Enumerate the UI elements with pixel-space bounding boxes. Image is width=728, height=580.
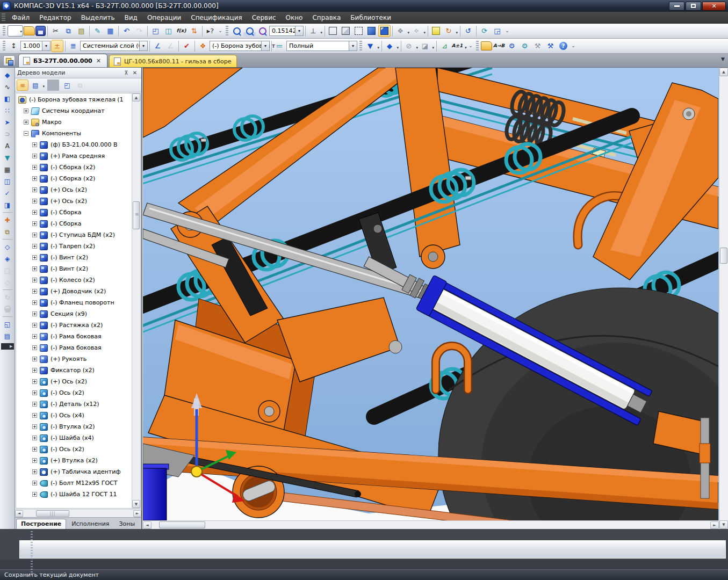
hidden-lines-thin-button[interactable] — [352, 25, 365, 37]
tree-item[interactable]: (-) Сборка — [16, 218, 131, 229]
viewport-3d[interactable]: ◄ ► — [142, 68, 719, 529]
tree-expander-icon[interactable] — [32, 210, 37, 215]
filter-button[interactable] — [2, 152, 13, 163]
step-button[interactable] — [8, 40, 20, 52]
add-component-button[interactable] — [2, 214, 13, 226]
tree-item[interactable]: (+) Ось (x2) — [16, 376, 131, 387]
properties-table-button[interactable] — [104, 25, 117, 37]
tab-versions[interactable]: Исполнения — [67, 519, 113, 529]
add-from-file-button[interactable] — [2, 226, 13, 237]
tree-structure-button[interactable] — [17, 79, 28, 91]
tree-expander-icon[interactable] — [32, 142, 37, 147]
tree-item[interactable]: (+) Ось (x2) — [16, 184, 131, 195]
organize-documents-icon[interactable] — [3, 55, 15, 66]
report-button[interactable] — [2, 176, 13, 187]
tree-expander-icon[interactable] — [32, 221, 37, 226]
tree-expander-icon[interactable] — [24, 108, 28, 113]
shaded-button[interactable] — [365, 25, 378, 37]
shaded-edges-button[interactable] — [378, 25, 391, 37]
tree-expander-icon[interactable] — [32, 244, 37, 249]
clip-plane-button[interactable] — [384, 40, 399, 52]
tree-expander-icon[interactable] — [32, 334, 37, 339]
toolbar-grip[interactable] — [3, 41, 5, 52]
zoom-in-out-button[interactable] — [256, 25, 269, 37]
rotate-component-button[interactable] — [2, 292, 13, 303]
tree-item[interactable]: (+) Табличка идентиф — [16, 466, 131, 477]
viewport-vscrollbar-thumb[interactable] — [720, 248, 727, 264]
tree-item[interactable]: (-) Ось (x2) — [16, 387, 131, 398]
tree-item[interactable]: (-) Сборка (x2) — [16, 162, 131, 173]
scroll-up-icon[interactable]: ▲ — [132, 93, 140, 102]
tree-expander-icon[interactable] — [32, 379, 37, 384]
tree-expander-icon[interactable] — [32, 323, 37, 328]
toolbar-overflow[interactable] — [570, 40, 576, 52]
sketch-plane-button[interactable] — [2, 93, 13, 104]
toolbar-grip[interactable] — [476, 41, 479, 52]
close-panel-icon[interactable]: ✕ — [131, 70, 139, 76]
dimensions-3d-button[interactable] — [430, 25, 442, 37]
tree-expander-icon[interactable] — [32, 458, 37, 463]
tree-item[interactable]: (-) Шайба 12 ГОСТ 11 — [16, 489, 131, 500]
tree-expander-icon[interactable] — [32, 368, 37, 373]
undo-button[interactable] — [120, 25, 133, 37]
scroll-right-icon[interactable]: ► — [710, 521, 719, 529]
zoom-scale-combo[interactable] — [269, 26, 304, 36]
sketch-edit-button[interactable] — [164, 40, 177, 52]
scroll-left-icon[interactable]: ◄ — [143, 521, 152, 529]
minimize-button[interactable] — [669, 2, 684, 11]
copy-properties-button[interactable] — [91, 25, 104, 37]
tree-expander-icon[interactable] — [32, 289, 37, 294]
direction-button[interactable] — [2, 117, 13, 128]
tree-expander-icon[interactable] — [24, 131, 28, 136]
restore-button[interactable] — [686, 2, 701, 11]
compass-button[interactable] — [2, 140, 13, 151]
library-manager-button[interactable] — [481, 41, 492, 50]
rebuild-check-button[interactable] — [181, 40, 193, 52]
convert-library-button[interactable] — [506, 40, 518, 52]
pin-icon[interactable]: ⊼ — [122, 70, 131, 76]
tree-item[interactable]: (-) Шайба (x4) — [16, 432, 131, 444]
parameters-button[interactable] — [188, 25, 200, 37]
menu-item[interactable]: Окно — [281, 13, 308, 23]
tree-expander-icon[interactable] — [32, 481, 37, 485]
toolbar-grip[interactable] — [3, 26, 5, 37]
simplify-button[interactable] — [394, 25, 410, 37]
component-combo[interactable] — [210, 41, 270, 51]
tree-item[interactable]: (-) Болт М12х95 ГОСТ — [16, 477, 131, 489]
menu-item[interactable]: Библиотеки — [345, 13, 396, 23]
menu-item[interactable]: Сервис — [247, 13, 281, 23]
tree-expander-icon[interactable] — [32, 187, 37, 192]
ghost-view-button[interactable] — [410, 25, 426, 37]
component-properties-button[interactable] — [2, 318, 13, 330]
tab-close-icon[interactable]: ✕ — [96, 57, 102, 64]
tree-item[interactable]: Системы координат — [16, 105, 131, 117]
layers-button[interactable] — [67, 40, 80, 52]
fx-variables-button[interactable] — [175, 25, 188, 37]
collections-button[interactable] — [2, 128, 13, 140]
find-replace-button[interactable] — [493, 40, 505, 52]
redo-button[interactable] — [133, 25, 146, 37]
tree-horizontal-scrollbar[interactable]: ◄ ||| ► — [15, 509, 141, 517]
edit-component-button[interactable] — [2, 69, 13, 81]
tree-item[interactable]: (-) Рама боковая — [16, 342, 131, 353]
tree-item[interactable]: (+) Ось (x2) — [16, 195, 131, 207]
component-table-button[interactable] — [2, 330, 13, 342]
tab-list-dropdown-icon[interactable]: ▼ — [721, 56, 725, 62]
rotate-view-button[interactable] — [443, 25, 458, 37]
toolbar-overflow[interactable] — [217, 25, 224, 37]
context-help-button[interactable] — [204, 25, 217, 37]
tree-expander-icon[interactable] — [32, 311, 37, 316]
save-button[interactable] — [35, 26, 46, 36]
tree-expander-icon[interactable] — [32, 154, 37, 158]
tree-item[interactable]: (-) Ступица БДМ (x2) — [16, 229, 131, 241]
tree-expander-icon[interactable] — [32, 447, 37, 452]
menu-item[interactable]: Справка — [307, 13, 345, 23]
scroll-up-icon[interactable]: ▲ — [719, 68, 728, 76]
toolbar-grip[interactable] — [226, 26, 228, 37]
tree-expander-icon[interactable] — [32, 300, 37, 305]
fastener-library-button[interactable] — [531, 40, 544, 52]
tree-item[interactable]: (-) Ось (x2) — [16, 444, 131, 455]
check-document-button[interactable] — [2, 187, 13, 199]
property-bar[interactable] — [19, 540, 726, 559]
tree-item[interactable]: (-) Деталь (x12) — [16, 398, 131, 410]
